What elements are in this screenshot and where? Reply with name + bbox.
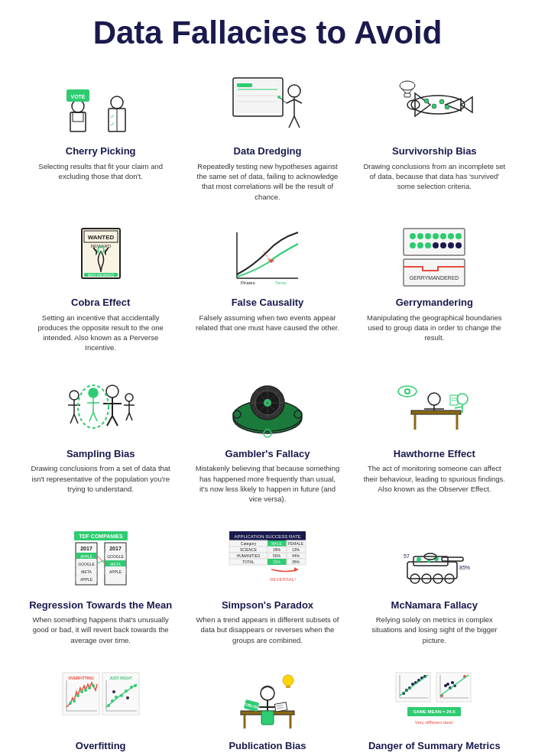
svg-text:✓: ✓	[110, 121, 115, 128]
svg-point-30	[432, 104, 436, 109]
svg-line-21	[294, 116, 300, 128]
card-gerrymandering: GERRYMANDERED Gerrymandering Manipulatin…	[357, 217, 512, 361]
svg-line-76	[93, 412, 97, 421]
svg-point-185	[80, 690, 83, 693]
data-dredging-illustration	[194, 72, 340, 141]
svg-text:GERRYMANDERED: GERRYMANDERED	[410, 275, 459, 281]
svg-point-103	[428, 393, 440, 405]
svg-text:Category: Category	[241, 541, 257, 546]
svg-text:OVERFITTING: OVERFITTING	[68, 676, 94, 680]
svg-rect-167	[442, 557, 463, 561]
card-hawthorne-effect: Hawthorne Effect The act of monitoring s…	[357, 368, 512, 512]
svg-text:57: 57	[404, 553, 410, 559]
data-dredging-desc: Repeatedly testing new hypotheses agains…	[194, 161, 340, 202]
svg-point-31	[439, 99, 444, 104]
svg-line-75	[89, 412, 93, 421]
svg-text:$500 REWARD: $500 REWARD	[87, 273, 114, 277]
cherry-picking-desc: Selecting results that fit your claim an…	[28, 161, 173, 182]
gerrymandering-desc: Manipulating the geographical boundaries…	[362, 313, 507, 343]
svg-point-52	[417, 233, 423, 239]
svg-rect-2	[73, 112, 83, 122]
survivorship-bias-title: Survivorship Bias	[392, 145, 477, 157]
hawthorne-effect-title: Hawthorne Effect	[394, 448, 475, 460]
svg-line-34	[401, 88, 406, 93]
svg-point-184	[76, 694, 79, 697]
svg-line-20	[289, 116, 294, 128]
svg-line-70	[70, 414, 74, 423]
publication-bias-title: Publication Bias	[229, 740, 306, 752]
card-publication-bias: PUBLISH Publication Bias Interesting res…	[190, 660, 345, 756]
svg-text:TDF COMPANIES: TDF COMPANIES	[79, 534, 123, 539]
svg-point-200	[112, 690, 115, 693]
svg-point-67	[70, 391, 79, 400]
svg-text:HUMANITIES: HUMANITIES	[237, 553, 261, 558]
svg-point-212	[283, 675, 293, 686]
svg-text:APPLE: APPLE	[109, 569, 122, 574]
svg-line-81	[112, 416, 118, 426]
sampling-bias-illustration	[28, 375, 173, 443]
card-survivorship-bias: Survivorship Bias Drawing conclusions fr…	[357, 66, 512, 209]
publication-bias-illustration: PUBLISH	[194, 667, 340, 735]
false-causality-desc: Falsely assuming when two events appear …	[194, 313, 340, 333]
svg-rect-50	[404, 229, 465, 255]
svg-point-183	[73, 699, 76, 702]
card-gamblers-fallacy: Gambler's Fallacy Mistakenly believing t…	[190, 368, 345, 512]
cobra-effect-desc: Setting an incentive that accidentally p…	[28, 313, 173, 353]
svg-rect-36	[404, 93, 410, 97]
svg-text:✓: ✓	[110, 113, 115, 120]
svg-point-201	[126, 696, 129, 699]
svg-point-193	[107, 704, 110, 707]
svg-point-1	[72, 100, 84, 112]
mcnamara-fallacy-desc: Relying solely on metrics in complex sit…	[362, 615, 507, 645]
svg-point-29	[424, 99, 429, 103]
false-causality-illustration: Pirates Temp	[194, 223, 340, 292]
false-causality-title: False Causality	[232, 297, 304, 309]
gerrymandering-illustration: GERRYMANDERED	[362, 223, 507, 292]
svg-point-60	[425, 242, 431, 248]
svg-text:GOOGLE: GOOGLE	[78, 562, 95, 566]
svg-text:WANTED: WANTED	[87, 234, 114, 241]
svg-text:FEMALE: FEMALE	[288, 541, 304, 546]
svg-point-62	[440, 242, 446, 248]
svg-text:Pirates: Pirates	[241, 281, 255, 285]
svg-point-61	[433, 242, 439, 248]
svg-point-114	[406, 390, 409, 393]
svg-text:META: META	[110, 562, 121, 566]
svg-text:18%: 18%	[273, 547, 281, 552]
regression-mean-title: Regression Towards the Mean	[29, 599, 172, 612]
svg-point-16	[288, 85, 300, 97]
svg-text:Very different data!: Very different data!	[415, 720, 454, 725]
svg-text:2017: 2017	[80, 546, 92, 551]
card-overfitting: OVERFITTING JUST RIGHT	[23, 660, 178, 756]
svg-point-186	[84, 689, 87, 692]
svg-point-51	[410, 233, 416, 239]
svg-rect-209	[274, 702, 287, 711]
regression-mean-illustration: TDF COMPANIES 2017 APPLE GOOGLE META APP…	[28, 526, 173, 595]
svg-point-199	[134, 684, 137, 687]
svg-line-19	[294, 99, 302, 103]
svg-text:REVERSAL!: REVERSAL!	[270, 577, 296, 582]
svg-rect-165	[407, 562, 457, 579]
svg-text:APPLICATION SUCCESS RATE: APPLICATION SUCCESS RATE	[234, 534, 300, 539]
svg-line-18	[287, 99, 294, 103]
svg-text:VOTE: VOTE	[70, 94, 85, 99]
cherry-picking-title: Cherry Picking	[66, 145, 136, 157]
svg-point-82	[125, 394, 133, 401]
danger-summary-title: Danger of Summary Metrics	[368, 740, 501, 752]
svg-point-197	[125, 689, 128, 693]
svg-point-182	[69, 702, 72, 705]
cherry-picking-illustration: VOTE ✓ ✓	[28, 72, 173, 141]
hawthorne-effect-desc: The act of monitoring someone can affect…	[362, 463, 507, 494]
svg-text:SCIENCE: SCIENCE	[240, 547, 258, 552]
simpsons-paradox-title: Simpson's Paradox	[222, 599, 313, 612]
svg-rect-213	[286, 686, 290, 688]
svg-text:Temp: Temp	[275, 281, 287, 285]
gerrymandering-title: Gerrymandering	[396, 297, 473, 309]
svg-rect-208	[261, 711, 274, 725]
main-title: Data Fallacies to Avoid	[23, 15, 512, 50]
svg-point-234	[451, 681, 454, 684]
svg-line-35	[409, 88, 413, 93]
data-dredging-title: Data Dredging	[234, 145, 302, 157]
svg-text:44%: 44%	[292, 553, 300, 558]
svg-point-172	[417, 557, 421, 562]
